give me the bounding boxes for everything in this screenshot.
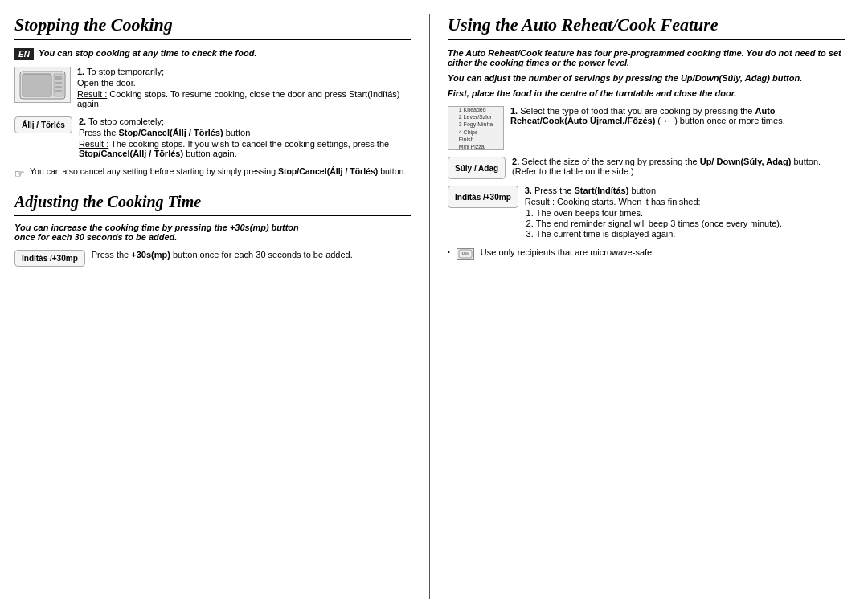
right-intro3-text: First, place the food in the centre of t… <box>448 88 736 98</box>
step1-sub: Open the door. <box>77 78 411 88</box>
step2-result-label: Result : <box>79 139 108 149</box>
adjusting-intro: You can increase the cooking time by pre… <box>14 223 411 242</box>
sublist-item-2: The end reminder signal will beep 3 time… <box>536 219 845 228</box>
adjusting-step-content: Press the +30s(mp) button once for each … <box>92 250 411 261</box>
adjusting-step-text: Press the +30s(mp) button once for each … <box>92 250 411 260</box>
start-inditas-button: Indítás /+30mp <box>448 186 518 208</box>
section-intro-text: You can stop cooking at any time to chec… <box>39 48 257 58</box>
step1-result-text: Cooking stops. To resume cooking, close … <box>77 89 400 108</box>
step2-result-text: The cooking stops. If you wish to cancel… <box>79 139 389 158</box>
auto-step2-content: 2. Select the size of the serving by pre… <box>512 157 845 178</box>
sublist-item-1: The oven beeps four times. <box>536 208 845 218</box>
stop-cancel-button-img: Állj / Törlés <box>14 116 72 133</box>
start-button-img: Indítás /+30mp <box>14 250 85 267</box>
adjusting-step-row: Indítás /+30mp Press the +30s(mp) button… <box>14 250 411 267</box>
adjusting-intro-line1: You can increase the cooking time by pre… <box>14 223 299 232</box>
bullet-dot: • <box>448 248 450 255</box>
auto-step2-row: Súly / Adag 2. Select the size of the se… <box>448 157 845 179</box>
auto-step1-row: 1 Kneaded 2 Lever/Szlor 3 Fogy Minha 4 C… <box>448 106 845 150</box>
right-intro1-text: The Auto Reheat/Cook feature has four pr… <box>448 48 841 67</box>
step1-result-label: Result : <box>77 89 107 99</box>
step2-num: 2. <box>79 116 86 126</box>
en-badge: EN <box>14 48 34 60</box>
serving-size-button: Súly / Adag <box>448 157 506 179</box>
right-intro2-text: You can adjust the number of servings by… <box>448 73 802 83</box>
page: Stopping the Cooking EN You can stop coo… <box>0 0 868 613</box>
adjusting-intro-line2: once for each 30 seconds to be added. <box>14 232 177 242</box>
auto-step3-result-label: Result : <box>525 197 555 206</box>
section-intro-row: EN You can stop cooking at any time to c… <box>14 48 411 60</box>
auto-step3-row: Indítás /+30mp 3. Press the Start(Indítá… <box>448 186 845 239</box>
section-title-stopping: Stopping the Cooking <box>14 14 411 40</box>
step1-content: 1. To stop temporarily; Open the door. R… <box>77 67 411 110</box>
step2-row: Állj / Törlés 2. To stop completely; Pre… <box>14 116 411 160</box>
auto-step2-text: Select the size of the serving by pressi… <box>512 157 821 176</box>
auto-step3-num: 3. <box>525 186 532 195</box>
sublist-item-3: The current time is displayed again. <box>536 229 845 239</box>
step1-row: 1. To stop temporarily; Open the door. R… <box>14 67 411 110</box>
right-intro3: First, place the food in the centre of t… <box>448 88 845 98</box>
left-column: Stopping the Cooking EN You can stop coo… <box>14 14 430 599</box>
auto-step1-text: Select the type of food that you are coo… <box>510 106 785 125</box>
step1-main: To stop temporarily; <box>87 67 164 76</box>
section-title-adjusting: Adjusting the Cooking Time <box>14 193 411 216</box>
svg-rect-1 <box>23 74 51 96</box>
right-column: Using the Auto Reheat/Cook Feature The A… <box>430 14 845 599</box>
svg-text:MW: MW <box>461 251 469 256</box>
note-text: You can also cancel any setting before s… <box>30 166 406 176</box>
svg-rect-6 <box>55 90 62 92</box>
svg-rect-4 <box>55 82 62 84</box>
section-stopping: Stopping the Cooking EN You can stop coo… <box>14 14 411 180</box>
svg-rect-3 <box>55 76 62 80</box>
auto-step2-num: 2. <box>512 157 519 166</box>
step2-main: To stop completely; <box>88 116 164 126</box>
step2-content: 2. To stop completely; Press the Stop/Ca… <box>79 116 411 160</box>
note-row: ☞ You can also cancel any setting before… <box>14 166 411 180</box>
note-icon: ☞ <box>14 167 25 180</box>
svg-rect-5 <box>55 86 62 88</box>
auto-step1-num: 1. <box>510 106 518 116</box>
right-intro1: The Auto Reheat/Cook feature has four pr… <box>448 48 845 67</box>
auto-step1-content: 1. Select the type of food that you are … <box>510 106 845 127</box>
auto-step3-sublist: The oven beeps four times. The end remin… <box>536 208 845 239</box>
section-title-auto: Using the Auto Reheat/Cook Feature <box>448 14 845 40</box>
auto-step3-content: 3. Press the Start(Indítás) button. Resu… <box>525 186 845 239</box>
microwave-image <box>14 67 71 103</box>
microwave-safe-icon: MW <box>457 248 474 260</box>
food-type-panel: 1 Kneaded 2 Lever/Szlor 3 Fogy Minha 4 C… <box>448 106 504 150</box>
section-adjusting: Adjusting the Cooking Time You can incre… <box>14 193 411 267</box>
step1-num: 1. <box>77 67 84 76</box>
step2-sub: Press the Stop/Cancel(Állj / Törlés) but… <box>79 128 411 137</box>
bullet-note-row: • MW Use only recipients that are microw… <box>448 247 845 260</box>
bullet-note-text: Use only recipients that are microwave-s… <box>481 247 654 257</box>
auto-step3-result-text: Cooking starts. When it has finished: <box>557 197 701 206</box>
section-auto-reheat: Using the Auto Reheat/Cook Feature The A… <box>448 14 845 260</box>
right-intro2: You can adjust the number of servings by… <box>448 73 845 83</box>
